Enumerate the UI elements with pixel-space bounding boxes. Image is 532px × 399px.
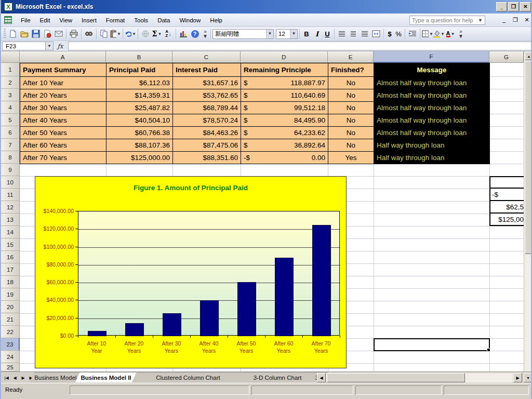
workbook-restore-button[interactable]: ❐ [511,16,520,24]
paste-button[interactable]: ▼ [110,28,121,39]
row-header-21[interactable]: 21 [1,313,20,326]
chart-bar-4[interactable] [200,300,219,336]
cell-message[interactable]: Almost half way through loan [374,127,490,139]
font-size-dropdown-icon[interactable]: ▼ [290,30,297,38]
cell-G13[interactable]: $125,00 [489,214,524,226]
cell-principal[interactable]: $60,766.38 [107,127,173,139]
borders-button[interactable]: ▼ [422,28,433,39]
table-header-cell[interactable]: Principal Paid [107,63,173,77]
cell-interest[interactable]: $31,657.16 [173,77,241,89]
font-name-dropdown-icon[interactable]: ▼ [266,30,273,38]
table-header-cell[interactable]: Finished? [328,63,374,77]
font-color-button[interactable]: A▼ [445,28,456,39]
italic-button[interactable]: I [312,30,322,38]
next-sheet-icon[interactable]: ▶ [19,373,27,382]
scroll-up-icon[interactable]: ▲ [525,52,532,60]
row-header-11[interactable]: 11 [1,189,20,201]
cell-summary[interactable]: After 50 Years [20,127,107,139]
row-header-16[interactable]: 16 [1,251,20,263]
cell-principal[interactable]: $40,504.10 [107,114,173,127]
toolbar-options-icon-2[interactable]: »▼ [457,29,464,38]
table-header-cell[interactable]: Remaining Principle [241,63,328,77]
print-button[interactable] [68,28,79,39]
row-header-10[interactable]: 10 [1,176,20,189]
row-header-4[interactable]: 4 [1,101,20,114]
toolbar-grip[interactable] [4,29,6,39]
cell-principal[interactable]: $14,359.31 [107,89,173,102]
cell-message[interactable]: Almost half way through loan [374,114,490,127]
row-header-17[interactable]: 17 [1,263,20,276]
cell-remaining[interactable]: -$0.00 [241,152,328,164]
hscroll-right-icon[interactable]: ▶ [513,373,522,382]
merge-center-button[interactable] [370,28,382,39]
percent-style-button[interactable]: % [394,30,403,38]
font-size-combo[interactable]: 12 ▼ [276,29,298,39]
cell-message[interactable]: Almost half way through loan [374,89,490,102]
toolbar-options-icon[interactable]: »▼ [202,29,209,38]
column-header-F[interactable]: F [374,51,489,63]
cell-principal[interactable]: $25,487.82 [107,102,173,114]
row-header-9[interactable]: 9 [1,164,20,176]
vertical-scrollbar[interactable]: ▲ [524,51,532,371]
cell-message[interactable]: Almost half way through loan [374,102,490,114]
menu-item-window[interactable]: Window [175,15,205,25]
row-header-12[interactable]: 12 [1,201,20,214]
sort-ascending-button[interactable]: AZ↓ [163,28,174,39]
mail-button[interactable] [53,28,64,39]
row-header-8[interactable]: 8 [1,151,20,164]
row-header-2[interactable]: 2 [1,76,20,89]
row-header-13[interactable]: 13 [1,214,20,226]
column-header-A[interactable]: A [20,51,106,63]
cell-remaining[interactable]: $84,495.90 [241,114,328,127]
row-header-24[interactable]: 24 [1,351,20,363]
cell-remaining[interactable]: $99,512.18 [241,102,328,114]
new-button[interactable] [7,28,19,39]
menu-item-format[interactable]: Format [101,15,129,25]
cell-finished[interactable]: No [328,114,374,127]
sheet-tab-business-model-ii[interactable]: Business Model II [75,372,137,382]
cell-remaining[interactable]: $36,892.64 [241,139,328,152]
cell-principal[interactable]: $6,112.03 [107,77,173,89]
horizontal-scroll-thumb[interactable] [327,373,465,382]
save-button[interactable] [30,28,42,39]
row-header-22[interactable]: 22 [1,326,20,338]
column-header-B[interactable]: B [106,51,172,63]
menu-item-view[interactable]: View [55,15,77,25]
undo-button[interactable]: ▼ [125,28,136,39]
cell-message[interactable]: Half way through loan [374,152,490,164]
currency-style-button[interactable]: $ [385,30,394,38]
underline-button[interactable]: U [322,30,332,38]
formula-input[interactable] [68,42,532,50]
cell-G10[interactable] [489,176,524,189]
align-center-button[interactable] [348,28,359,39]
name-box[interactable]: F23 [2,42,46,50]
cell-interest[interactable]: $84,463.26 [173,127,241,139]
cell-remaining[interactable]: $118,887.97 [241,77,328,89]
cell-interest[interactable]: $53,762.65 [173,89,241,102]
row-header-20[interactable]: 20 [1,301,20,313]
cell-message[interactable]: Almost half way through loan [374,77,490,89]
hyperlink-button[interactable] [140,28,151,39]
previous-sheet-icon[interactable]: ◀ [11,373,19,382]
fill-color-dropdown-icon[interactable]: ▼ [441,32,445,36]
cell-remaining[interactable]: $110,640.69 [241,89,328,102]
cell-interest[interactable]: $87,475.06 [173,139,241,152]
table-header-cell[interactable]: Payment Summary [20,63,107,77]
cell-summary[interactable]: After 60 Years [20,139,107,152]
row-header-18[interactable]: 18 [1,276,20,288]
vertical-scroll-thumb[interactable] [525,61,532,254]
cell-summary[interactable]: After 10 Year [20,77,107,89]
row-header-5[interactable]: 5 [1,114,20,126]
autosum-dropdown-icon[interactable]: ▼ [157,32,162,36]
cell-summary[interactable]: After 40 Years [20,114,107,127]
cell-summary[interactable]: After 70 Years [20,152,107,164]
cell-principal[interactable]: $125,000.00 [107,152,173,164]
undo-dropdown-icon[interactable]: ▼ [132,32,136,36]
chart-bar-3[interactable] [163,313,181,336]
restore-button[interactable]: ❐ [508,2,519,11]
menu-item-tools[interactable]: Tools [129,15,153,25]
row-header-15[interactable]: 15 [1,238,20,251]
scroll-down-icon[interactable]: ▼ [524,373,532,382]
chart-bar-1[interactable] [88,331,107,336]
menu-item-insert[interactable]: Insert [77,15,101,25]
